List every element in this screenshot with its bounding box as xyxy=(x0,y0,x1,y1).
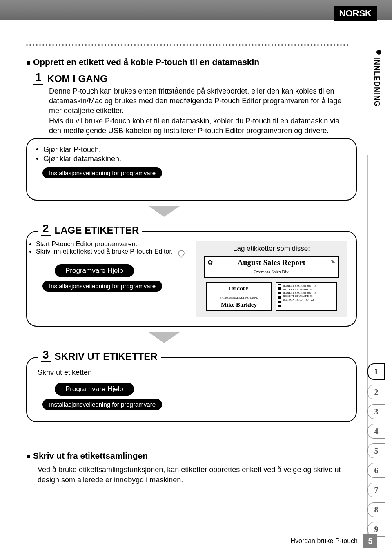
index-tab-6[interactable]: 6 xyxy=(368,463,385,478)
index-tab-5[interactable]: 5 xyxy=(368,443,385,458)
software-help-pill: Programvare Hjelp xyxy=(55,383,134,396)
index-tab-7[interactable]: 7 xyxy=(368,483,385,497)
sample-labels-callout: Lag etikketter som disse: ✿ August Sales… xyxy=(196,241,347,317)
install-guide-pill: Installasjonsveiledning for programvare xyxy=(42,281,162,292)
step2-bullet-text: Skriv inn etikettekst ved å bruke P-touc… xyxy=(36,248,173,255)
arrow-down-icon xyxy=(149,332,180,343)
step1-bullet: Gjør klar P-touch. xyxy=(36,145,347,154)
step2-bullet: Start P-touch Editor programvaren. xyxy=(36,241,189,248)
label-sample-text: August Sales Report xyxy=(238,258,306,267)
software-help-pill: Programvare Hjelp xyxy=(55,264,134,277)
label-sample: LBI CORP. SALES & MARKETING DEPT. Mike B… xyxy=(206,282,272,311)
index-tab-3[interactable]: 3 xyxy=(368,404,385,419)
intro-heading-text: Opprett en etikett ved å koble P-touch t… xyxy=(33,57,259,67)
intro-heading: ■Opprett en etikett ved å koble P-touch … xyxy=(26,57,368,67)
label-sample-text: ROBERT BECKER 300 - 13 xyxy=(283,291,316,294)
step1-number: 1 xyxy=(33,71,43,85)
step2-bullet: Skriv inn etikettekst ved å bruke P-touc… xyxy=(36,248,189,261)
label-sample-text: P.O. BOX 13, CA - 30 - 22 xyxy=(283,298,316,301)
arrow-down-icon xyxy=(149,206,180,217)
install-guide-pill: Installasjonsveiledning for programvare xyxy=(42,167,162,178)
label-sample: ✿ August Sales Report ✎ Overseas Sales D… xyxy=(204,256,339,278)
step2-number: 2 xyxy=(41,223,51,236)
page-number: 5 xyxy=(363,534,377,548)
step1-box: Gjør klar P-touch. Gjør klar datamaskine… xyxy=(26,138,357,201)
svg-point-0 xyxy=(178,250,184,256)
bottom-heading-text: Skriv ut fra etikettsamlingen xyxy=(33,451,148,460)
square-bullet-icon: ■ xyxy=(26,452,31,460)
index-tab-8[interactable]: 8 xyxy=(368,502,385,517)
install-guide-pill: Installasjonsveiledning for programvare xyxy=(42,399,162,410)
step1-title: KOM I GANG xyxy=(47,73,108,85)
footer-text: Hvordan bruke P-touch xyxy=(290,537,358,545)
label-sample-text: LBI CORP. xyxy=(229,287,249,291)
lightbulb-icon xyxy=(177,250,185,261)
header-band: NORSK xyxy=(0,0,392,20)
dotted-separator xyxy=(26,44,349,46)
index-tab-1[interactable]: 1 xyxy=(368,363,385,380)
step3-box: 3 SKRIV UT ETIKETTER Skriv ut etiketten … xyxy=(26,357,357,422)
label-sample: ROBERT BECKER 300 - 13 REGENT CLUB APT. … xyxy=(276,282,337,311)
bottom-heading: ■Skriv ut fra etikettsamlingen xyxy=(26,451,353,461)
step2-head: 2 LAGE ETIKETTER xyxy=(38,223,142,236)
step3-title: SKRIV UT ETIKETTER xyxy=(55,351,158,362)
index-tab-2[interactable]: 2 xyxy=(368,385,385,399)
label-sample-text: SALES & MARKETING DEPT. xyxy=(220,296,258,299)
step1-paragraph: Denne P-touch kan brukes enten frittståe… xyxy=(49,86,351,136)
step2-box: 2 LAGE ETIKETTER Start P-touch Editor pr… xyxy=(26,231,357,327)
label-sample-text: Mike Barkley xyxy=(221,301,257,308)
square-bullet-icon: ■ xyxy=(26,58,31,67)
step2-title: LAGE ETIKETTER xyxy=(55,225,139,236)
label-sample-text: REGENT CLUB APT. 45 xyxy=(283,288,316,291)
label-sample-text: ROBERT BECKER 300 - 13 xyxy=(283,284,316,287)
footer: Hvordan bruke P-touch 5 xyxy=(290,534,377,548)
label-sample-text: REGENT CLUB APT. 45 xyxy=(283,294,316,298)
index-rail: 1 2 3 4 5 6 7 8 9 xyxy=(368,363,384,541)
step3-number: 3 xyxy=(41,349,51,362)
bottom-paragraph: Ved å bruke etikettsamlingsfunksjonen, k… xyxy=(38,465,352,485)
barcode-icon xyxy=(278,284,281,309)
step1-bullet: Gjør klar datamaskinen. xyxy=(36,155,347,163)
step3-text: Skriv ut etiketten xyxy=(38,368,347,377)
callout-title: Lag etikketter som disse: xyxy=(201,245,342,253)
index-tab-4[interactable]: 4 xyxy=(368,424,385,439)
step1-head: 1 KOM I GANG xyxy=(33,71,368,85)
step3-head: 3 SKRIV UT ETIKETTER xyxy=(38,349,161,362)
label-sample-text: Overseas Sales Div. xyxy=(254,269,290,274)
language-tab: NORSK xyxy=(334,6,377,21)
